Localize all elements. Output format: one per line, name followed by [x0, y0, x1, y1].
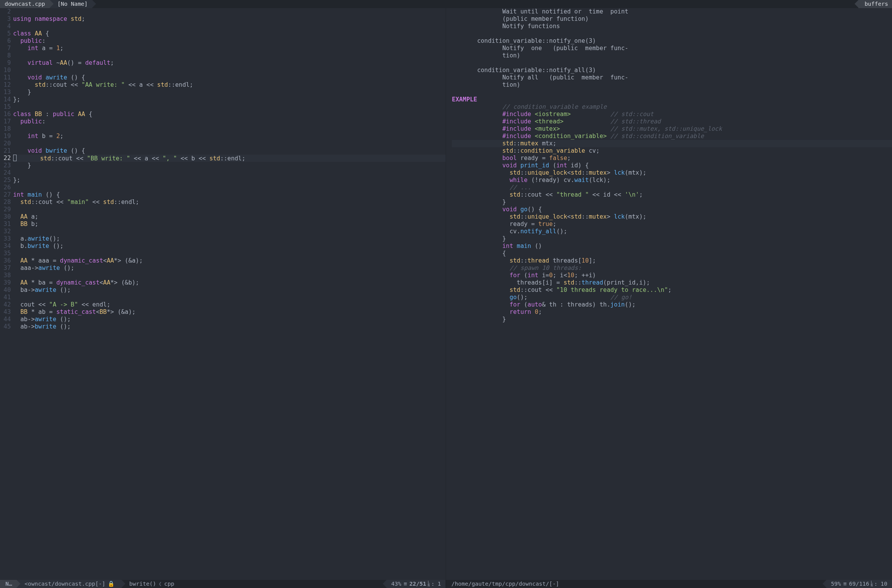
code-line[interactable]: std::cout << "main" << std::endl;: [13, 199, 446, 206]
editor-pane-right[interactable]: Wait until notified or time point (publi…: [446, 8, 892, 580]
code-line[interactable]: virtual ~AA() = default;: [13, 59, 446, 67]
code-line[interactable]: [13, 184, 446, 191]
code-line[interactable]: class AA {: [13, 30, 446, 37]
code-line[interactable]: int main () {: [13, 191, 446, 199]
code-line[interactable]: aaa->awrite ();: [13, 265, 446, 272]
code-line[interactable]: [452, 89, 892, 96]
code-line[interactable]: int a = 1;: [13, 45, 446, 52]
code-line[interactable]: [13, 125, 446, 133]
code-line[interactable]: }: [13, 162, 446, 169]
tab-downcast[interactable]: downcast.cpp: [0, 0, 50, 8]
code-line[interactable]: EXAMPLE: [452, 96, 892, 103]
code-area-left[interactable]: using namespace std; class AA { public: …: [13, 8, 446, 580]
code-line[interactable]: [13, 294, 446, 301]
code-line[interactable]: #include <mutex> // std::mutex, std::uni…: [452, 125, 892, 133]
code-line[interactable]: AA a;: [13, 213, 446, 221]
code-line[interactable]: // condition_variable example: [452, 103, 892, 111]
tab-noname[interactable]: [No Name]: [50, 0, 93, 8]
code-line[interactable]: ba->awrite ();: [13, 286, 446, 294]
code-line[interactable]: [13, 206, 446, 213]
code-line[interactable]: [452, 59, 892, 67]
line-number: 9: [0, 59, 11, 67]
code-line[interactable]: // ...: [452, 184, 892, 191]
code-line[interactable]: a.awrite();: [13, 235, 446, 243]
code-line[interactable]: while (!ready) cv.wait(lck);: [452, 177, 892, 184]
code-line[interactable]: // spawn 10 threads:: [452, 265, 892, 272]
code-line[interactable]: }: [452, 199, 892, 206]
code-line[interactable]: BB * ab = static_cast<BB*> (&a);: [13, 308, 446, 316]
code-line[interactable]: [13, 169, 446, 177]
code-line[interactable]: std::cout << "BB write: " << a << ", " <…: [13, 155, 446, 162]
code-line[interactable]: threads[i] = std::thread(print_id,i);: [452, 279, 892, 286]
code-line[interactable]: {: [452, 250, 892, 257]
code-line[interactable]: class BB : public AA {: [13, 111, 446, 118]
code-line[interactable]: std::mutex mtx;: [452, 140, 892, 147]
line-position: 69/116: [849, 580, 869, 588]
code-line[interactable]: std::cout << "thread " << id << '\n';: [452, 191, 892, 199]
code-line[interactable]: cout << "A -> B" << endl;: [13, 301, 446, 308]
buffers-label[interactable]: buffers: [858, 0, 892, 8]
code-line[interactable]: using namespace std;: [13, 15, 446, 23]
code-line[interactable]: [13, 228, 446, 235]
code-line[interactable]: for (int i=0; i<10; ++i): [452, 272, 892, 279]
code-line[interactable]: [13, 8, 446, 15]
code-line[interactable]: public:: [13, 118, 446, 125]
code-line[interactable]: [13, 140, 446, 147]
code-line[interactable]: ab->bwrite ();: [13, 323, 446, 330]
code-line[interactable]: void go() {: [452, 206, 892, 213]
code-line[interactable]: (public member function): [452, 15, 892, 23]
code-line[interactable]: std::condition_variable cv;: [452, 147, 892, 155]
path-segment: /home/gaute/tmp/cpp/downcast/[-]: [446, 580, 564, 588]
line-number: 45: [0, 323, 11, 330]
code-line[interactable]: ab->awrite ();: [13, 316, 446, 323]
code-line[interactable]: condition_variable::notify_all(3): [452, 67, 892, 74]
code-line[interactable]: };: [13, 177, 446, 184]
code-line[interactable]: Notify functions: [452, 23, 892, 30]
code-line[interactable]: Notify one (public member func-: [452, 45, 892, 52]
code-line[interactable]: Wait until notified or time point: [452, 8, 892, 15]
code-line[interactable]: int b = 2;: [13, 133, 446, 140]
code-line[interactable]: #include <thread> // std::thread: [452, 118, 892, 125]
code-line[interactable]: bool ready = false;: [452, 155, 892, 162]
code-line[interactable]: std::cout << "AA write: " << a << std::e…: [13, 81, 446, 89]
code-line[interactable]: AA * aaa = dynamic_cast<AA*> (&a);: [13, 257, 446, 265]
code-line[interactable]: cv.notify_all();: [452, 228, 892, 235]
file-segment: <owncast/downcast.cpp[-] 🔒: [17, 580, 122, 588]
code-line[interactable]: tion): [452, 52, 892, 59]
code-line[interactable]: go(); // go!: [452, 294, 892, 301]
code-line[interactable]: std::thread threads[10];: [452, 257, 892, 265]
code-line[interactable]: for (auto& th : threads) th.join();: [452, 301, 892, 308]
code-line[interactable]: return 0;: [452, 308, 892, 316]
code-line[interactable]: std::unique_lock<std::mutex> lck(mtx);: [452, 169, 892, 177]
code-line[interactable]: }: [452, 235, 892, 243]
code-line[interactable]: [13, 250, 446, 257]
code-line[interactable]: void print_id (int id) {: [452, 162, 892, 169]
code-line[interactable]: [13, 23, 446, 30]
code-line[interactable]: [13, 272, 446, 279]
code-line[interactable]: ready = true;: [452, 221, 892, 228]
editor-pane-left[interactable]: 2345678910111213141516171819202122232425…: [0, 8, 446, 580]
code-line[interactable]: [13, 67, 446, 74]
code-line[interactable]: std::unique_lock<std::mutex> lck(mtx);: [452, 213, 892, 221]
code-line[interactable]: [13, 52, 446, 59]
code-area-right[interactable]: Wait until notified or time point (publi…: [452, 8, 892, 580]
code-line[interactable]: void bwrite () {: [13, 147, 446, 155]
code-line[interactable]: Notify all (public member func-: [452, 74, 892, 81]
code-line[interactable]: [13, 103, 446, 111]
code-line[interactable]: };: [13, 96, 446, 103]
code-line[interactable]: void awrite () {: [13, 74, 446, 81]
code-line[interactable]: #include <condition_variable> // std::co…: [452, 133, 892, 140]
code-line[interactable]: BB b;: [13, 221, 446, 228]
code-line[interactable]: std::cout << "10 threads ready to race..…: [452, 286, 892, 294]
code-line[interactable]: public:: [13, 37, 446, 45]
code-line[interactable]: [452, 30, 892, 37]
code-line[interactable]: #include <iostream> // std::cout: [452, 111, 892, 118]
code-line[interactable]: condition_variable::notify_one(3): [452, 37, 892, 45]
code-line[interactable]: AA * ba = dynamic_cast<AA*> (&b);: [13, 279, 446, 286]
code-line[interactable]: tion): [452, 81, 892, 89]
code-line[interactable]: int main (): [452, 243, 892, 250]
code-line[interactable]: }: [452, 316, 892, 323]
code-line[interactable]: }: [13, 89, 446, 96]
code-line[interactable]: b.bwrite ();: [13, 243, 446, 250]
line-number: 28: [0, 199, 11, 206]
